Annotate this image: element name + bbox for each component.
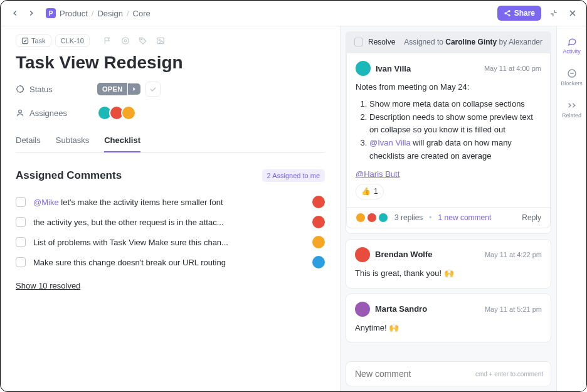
avatar	[367, 213, 377, 223]
breadcrumb-item[interactable]: Product	[60, 9, 88, 18]
avatar	[355, 302, 370, 317]
checkbox[interactable]	[16, 237, 26, 247]
avatar	[312, 256, 325, 268]
space-icon: P	[46, 8, 56, 18]
resolve-checkbox[interactable]	[354, 38, 363, 46]
complete-button[interactable]	[145, 82, 161, 97]
thread-header: Resolve Assigned to Caroline Ginty by Al…	[346, 31, 551, 53]
assigned-count-badge[interactable]: 2 Assigned to me	[262, 169, 325, 182]
avatar	[378, 213, 388, 223]
nav-forward-button[interactable]	[24, 6, 38, 20]
replies-bar[interactable]: 3 replies • 1 new comment Reply	[346, 208, 551, 228]
breadcrumb: P Product / Design / Core	[46, 8, 151, 18]
rail-related[interactable]: Related	[557, 97, 586, 122]
avatar	[355, 247, 370, 262]
flag-icon[interactable]	[101, 34, 115, 48]
comment-author: Ivan Villa	[376, 64, 411, 73]
svg-point-12	[159, 40, 160, 41]
svg-point-9	[124, 40, 127, 42]
svg-point-1	[505, 13, 506, 14]
comment-time: May 11 at 5:21 pm	[485, 305, 542, 313]
svg-rect-11	[157, 38, 164, 43]
reply-link[interactable]: Reply	[522, 213, 541, 222]
comment: Marta Sandro May 11 at 5:21 pm Anytime! …	[346, 294, 551, 343]
svg-point-2	[509, 15, 510, 16]
share-icon	[504, 9, 511, 17]
checkbox[interactable]	[16, 217, 26, 227]
tab-details[interactable]: Details	[16, 129, 41, 152]
svg-point-0	[509, 11, 510, 12]
comment-author: Brendan Wolfe	[375, 250, 433, 259]
collapse-icon[interactable]	[547, 7, 560, 19]
assigned-comment-item[interactable]: Make sure this change doesn't break our …	[16, 252, 325, 272]
tag-icon[interactable]	[136, 34, 150, 48]
chat-icon	[567, 36, 577, 46]
svg-point-8	[122, 38, 129, 45]
svg-point-15	[19, 110, 22, 113]
status-label: Status	[16, 85, 97, 94]
sprint-icon[interactable]	[119, 34, 132, 48]
svg-point-10	[141, 39, 142, 40]
block-icon	[567, 68, 577, 78]
breadcrumb-item[interactable]: Core	[133, 9, 151, 18]
new-comment-input[interactable]	[354, 368, 467, 379]
status-dropdown[interactable]: OPEN	[97, 83, 140, 95]
resolve-label[interactable]: Resolve	[368, 38, 395, 46]
image-icon[interactable]	[154, 34, 167, 48]
svg-line-3	[506, 11, 509, 13]
assigned-comment-item[interactable]: List of problems with Task View Make sur…	[16, 232, 325, 252]
person-icon	[16, 109, 24, 117]
assignees-label: Assignees	[16, 109, 97, 118]
task-icon	[21, 37, 29, 45]
reaction-button[interactable]: 👍 1	[356, 184, 384, 199]
status-next-button[interactable]	[128, 83, 140, 95]
breadcrumb-item[interactable]: Design	[97, 9, 122, 18]
svg-marker-14	[134, 87, 135, 91]
rail-activity[interactable]: Activity	[557, 33, 586, 58]
svg-line-4	[506, 14, 509, 16]
avatar	[356, 213, 366, 223]
avatar	[312, 236, 325, 248]
comment-time: May 11 at 4:00 pm	[484, 65, 541, 72]
checkbox[interactable]	[16, 257, 26, 267]
nav-back-button[interactable]	[8, 6, 22, 20]
comment-author: Marta Sandro	[375, 304, 427, 314]
status-icon	[16, 85, 24, 93]
assignee-avatars[interactable]	[97, 105, 136, 120]
mention-link[interactable]: @Haris Butt	[356, 169, 399, 179]
avatar	[121, 105, 136, 120]
task-type-chip[interactable]: Task	[16, 34, 51, 47]
avatar	[312, 196, 325, 208]
checkbox[interactable]	[16, 197, 26, 207]
related-icon	[567, 100, 577, 110]
task-id-chip[interactable]: CLK-10	[55, 34, 90, 47]
assigned-comment-item[interactable]: the activity yes, but the other request …	[16, 212, 325, 232]
tab-subtasks[interactable]: Subtasks	[56, 129, 89, 152]
comment: Ivan Villa May 11 at 4:00 pm Notes from …	[346, 53, 551, 208]
show-resolved-link[interactable]: Show 10 resolved	[16, 281, 80, 290]
share-button[interactable]: Share	[497, 6, 541, 21]
avatar	[356, 61, 371, 76]
page-title[interactable]: Task View Redesign	[16, 53, 325, 73]
comment: Brendan Wolfe May 11 at 4:22 pm This is …	[346, 239, 551, 289]
avatar	[312, 216, 325, 228]
thread-assigned-to: Assigned to Caroline Ginty by Alexander	[404, 38, 542, 46]
composer-hint: cmd + enter to comment	[475, 371, 543, 378]
comment-time: May 11 at 4:22 pm	[485, 251, 542, 258]
assigned-comment-item[interactable]: @Mike let's make the activity items here…	[16, 192, 325, 212]
close-icon[interactable]	[566, 7, 579, 19]
assigned-comments-heading: Assigned Comments	[16, 169, 122, 182]
rail-blockers[interactable]: Blockers	[557, 65, 586, 90]
tab-checklist[interactable]: Checklist	[104, 129, 140, 152]
